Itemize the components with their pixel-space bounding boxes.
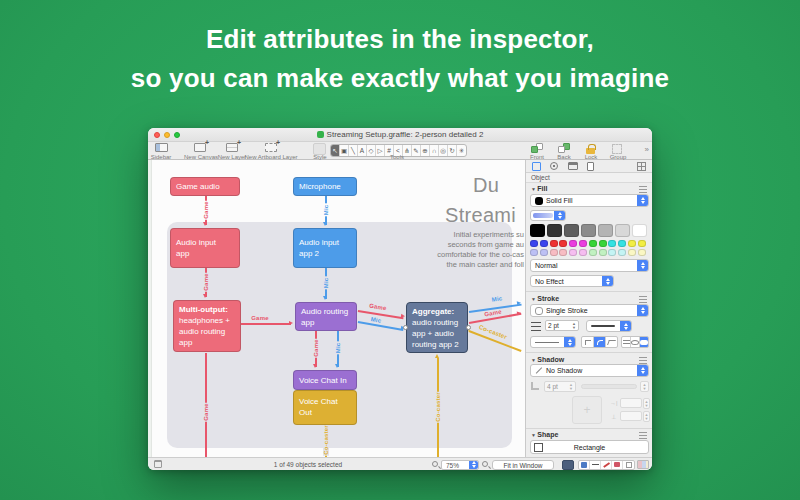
corner-round-button[interactable] (594, 337, 606, 347)
stroke-width-stepper[interactable]: 2 pt▲▼ (545, 320, 579, 331)
color-swatch[interactable] (638, 249, 646, 256)
color-swatch[interactable] (618, 249, 626, 256)
fill-type-dropdown[interactable]: Solid Fill (530, 194, 649, 207)
color-swatch[interactable] (599, 240, 607, 247)
blend-mode-dropdown[interactable]: Normal (530, 259, 649, 272)
color-swatch[interactable] (540, 249, 548, 256)
node-voice-chat-in[interactable]: Voice Chat In (293, 370, 357, 390)
color-swatch[interactable] (638, 240, 646, 247)
selection-handle[interactable] (466, 325, 471, 330)
shadow-offset-stepper[interactable]: 4 pt▲▼ (544, 381, 576, 392)
shadow-y-stepper[interactable]: ▲▼ (643, 411, 650, 422)
tool-outline[interactable]: ⋔ (403, 145, 412, 156)
dropdown-arrow[interactable] (637, 305, 648, 316)
stroke-dash-dropdown[interactable] (530, 336, 576, 348)
tool-shapes[interactable]: ▣ (340, 145, 349, 156)
tab-document[interactable] (587, 162, 594, 171)
pen-style-chip[interactable] (601, 461, 612, 469)
color-swatch[interactable] (608, 249, 616, 256)
corner-sharp-button[interactable] (582, 337, 594, 347)
tool-point-edit[interactable]: ▷ (376, 145, 385, 156)
color-swatch[interactable] (628, 240, 636, 247)
dropdown-arrow[interactable] (637, 260, 648, 271)
tool-pen[interactable]: ✎ (412, 145, 421, 156)
shape-style-chip[interactable] (612, 461, 623, 469)
corner-bevel-button[interactable] (606, 337, 617, 347)
tab-object[interactable] (532, 162, 541, 171)
shadow-x-input[interactable] (620, 398, 642, 408)
color-swatch[interactable] (618, 240, 626, 247)
shadow-menu-icon[interactable] (639, 357, 647, 364)
sidebar-button[interactable] (155, 143, 168, 152)
group-button[interactable] (612, 143, 622, 154)
node-audio-input-app[interactable]: Audio inputapp (170, 228, 240, 268)
dropdown-arrow[interactable] (620, 321, 631, 331)
color-swatch[interactable] (564, 224, 579, 237)
shape-menu-icon[interactable] (639, 432, 647, 439)
stepper-arrows-icon[interactable]: ▲▼ (569, 383, 573, 390)
inspector-grid-button[interactable] (637, 162, 646, 171)
tab-canvas[interactable] (568, 162, 578, 170)
color-swatch[interactable] (579, 249, 587, 256)
effect-dropdown[interactable]: No Effect (530, 275, 614, 287)
shadow-type-dropdown[interactable]: No Shadow (530, 364, 649, 377)
dropdown-arrow[interactable] (602, 276, 613, 286)
shadow-y-input[interactable] (620, 411, 642, 421)
fill-menu-icon[interactable] (639, 186, 647, 193)
color-swatch[interactable] (530, 224, 545, 237)
tool-style-brush[interactable]: ⊕ (421, 145, 430, 156)
color-swatch[interactable] (579, 240, 587, 247)
tool-text[interactable]: A (358, 145, 367, 156)
color-swatch[interactable] (598, 224, 613, 237)
color-swatch[interactable] (599, 249, 607, 256)
front-button[interactable] (531, 143, 543, 153)
shadow-position-pad[interactable]: + (572, 396, 602, 424)
color-swatch[interactable] (547, 224, 562, 237)
new-layer-button[interactable] (226, 143, 238, 152)
dropdown-arrow[interactable] (637, 195, 648, 206)
color-swatch[interactable] (569, 240, 577, 247)
shape-section-header[interactable]: Shape (531, 431, 558, 438)
style-tray-toggle[interactable] (562, 460, 574, 470)
color-swatch[interactable] (632, 224, 647, 237)
color-swatch[interactable] (589, 249, 597, 256)
dropdown-arrow[interactable] (469, 461, 478, 469)
new-canvas-button[interactable] (194, 143, 206, 152)
tool-magnet[interactable]: ∩ (430, 145, 439, 156)
color-swatch[interactable] (550, 249, 558, 256)
node-microphone[interactable]: Microphone (293, 177, 357, 196)
edge-multi-to-routing[interactable] (241, 323, 291, 325)
new-artboard-layer-button[interactable] (265, 143, 277, 152)
node-aggregate[interactable]: Aggregate:audio routingapp + audioroutin… (406, 302, 468, 353)
stroke-style-chip[interactable] (590, 461, 601, 469)
toolbar-overflow-chevron[interactable]: » (645, 145, 649, 154)
shape-type-control[interactable]: Rectangle (530, 440, 649, 454)
color-swatch[interactable] (550, 240, 558, 247)
fill-section-header[interactable]: Fill (531, 185, 547, 192)
color-swatch[interactable] (530, 249, 538, 256)
fit-in-window-button[interactable]: Fit in Window (492, 460, 554, 470)
back-button[interactable] (558, 143, 570, 153)
color-swatch[interactable] (540, 240, 548, 247)
cap-round-button[interactable] (640, 337, 648, 347)
tool-rotate[interactable]: ↻ (448, 145, 457, 156)
cap-oval-button[interactable] (631, 337, 640, 347)
stroke-menu-icon[interactable] (639, 296, 647, 303)
tab-properties[interactable] (550, 162, 558, 170)
shadow-mini-stepper[interactable]: ▲▼ (640, 381, 649, 392)
cap-flat-button[interactable] (622, 337, 631, 347)
shadow-x-stepper[interactable]: ▲▼ (643, 398, 650, 409)
tool-shape-draw[interactable]: ◇ (367, 145, 376, 156)
shadow-blur-slider[interactable] (581, 384, 637, 389)
color-swatch[interactable] (569, 249, 577, 256)
lock-button[interactable] (586, 143, 595, 154)
zoom-in-icon[interactable] (482, 461, 488, 467)
color-swatch[interactable] (628, 249, 636, 256)
color-swatch[interactable] (581, 224, 596, 237)
shadow-section-header[interactable]: Shadow (531, 356, 564, 363)
stroke-type-dropdown[interactable]: Single Stroke (530, 304, 649, 317)
selection-handle[interactable] (403, 325, 408, 330)
stepper-arrows-icon[interactable]: ▲▼ (572, 322, 576, 329)
zoom-out-icon[interactable] (432, 461, 438, 467)
blank-style-chip[interactable] (623, 461, 634, 469)
